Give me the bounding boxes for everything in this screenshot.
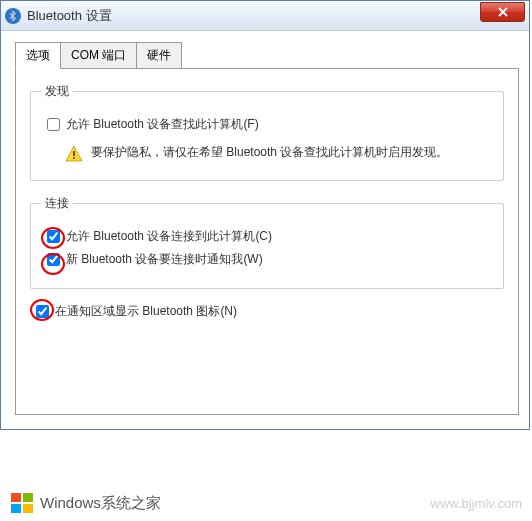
connection-legend: 连接 [41,195,73,212]
svg-rect-6 [23,504,33,513]
tray-icon-checkbox[interactable] [36,305,49,318]
svg-rect-2 [73,157,75,159]
tab-options[interactable]: 选项 [15,42,61,69]
allow-discover-label: 允许 Bluetooth 设备查找此计算机(F) [66,116,259,133]
options-panel: 发现 允许 Bluetooth 设备查找此计算机(F) 要保护隐私，请仅在希望 … [15,69,519,415]
notify-connect-label: 新 Bluetooth 设备要连接时通知我(W) [66,251,263,268]
svg-rect-5 [11,504,21,513]
svg-rect-1 [73,151,75,156]
discovery-group: 发现 允许 Bluetooth 设备查找此计算机(F) 要保护隐私，请仅在希望 … [30,83,504,181]
tab-hardware[interactable]: 硬件 [136,42,182,69]
bluetooth-icon [5,8,21,24]
close-button[interactable] [480,2,525,22]
window-title: Bluetooth 设置 [27,7,112,25]
warning-icon [65,145,83,166]
notify-connect-checkbox[interactable] [47,253,60,266]
watermark-url: www.bjjmlv.com [431,496,523,511]
titlebar: Bluetooth 设置 [1,1,529,31]
svg-rect-4 [23,493,33,502]
content-area: 选项 COM 端口 硬件 发现 允许 Bluetooth 设备查找此计算机(F) [1,31,529,429]
allow-connect-label: 允许 Bluetooth 设备连接到此计算机(C) [66,228,272,245]
watermark-brand: Windows系统之家 [40,494,161,513]
windows-logo-icon [10,491,34,515]
tab-strip: 选项 COM 端口 硬件 [15,41,519,69]
discovery-legend: 发现 [41,83,73,100]
discovery-warning-row: 要保护隐私，请仅在希望 Bluetooth 设备查找此计算机时启用发现。 [65,143,493,166]
allow-discover-checkbox[interactable] [47,118,60,131]
bluetooth-settings-window: Bluetooth 设置 选项 COM 端口 硬件 发现 允许 Bluetoot… [0,0,530,430]
svg-rect-3 [11,493,21,502]
watermark: Windows系统之家 www.bjjmlv.com [0,491,532,515]
watermark-logo: Windows系统之家 [10,491,161,515]
allow-connect-checkbox[interactable] [47,230,60,243]
discovery-warning-text: 要保护隐私，请仅在希望 Bluetooth 设备查找此计算机时启用发现。 [91,143,448,162]
tab-com-ports[interactable]: COM 端口 [60,42,137,69]
connection-group: 连接 允许 Bluetooth 设备连接到此计算机(C) 新 Bluetooth… [30,195,504,289]
tray-icon-label: 在通知区域显示 Bluetooth 图标(N) [55,303,237,320]
